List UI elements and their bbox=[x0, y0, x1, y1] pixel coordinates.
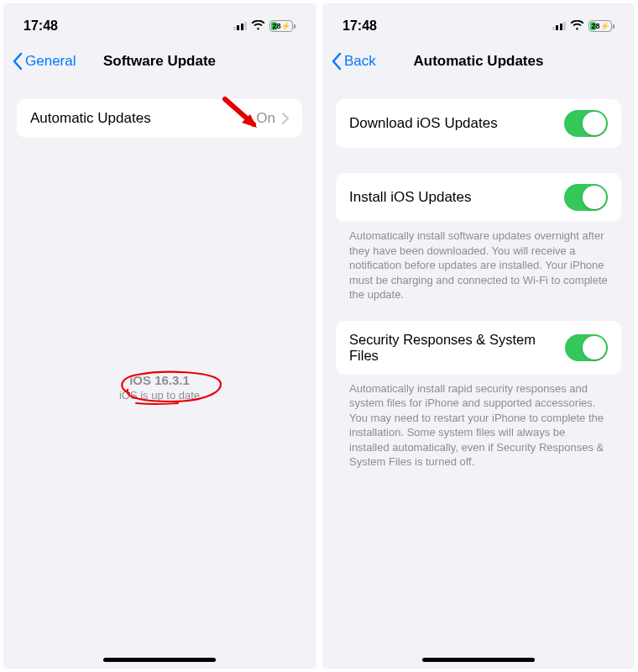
status-bar: 17:48 28⚡ bbox=[322, 3, 635, 44]
install-footer-text: Automatically install software updates o… bbox=[336, 222, 621, 302]
settings-group: Automatic Updates On bbox=[17, 99, 302, 138]
status-indicators: 28⚡ bbox=[233, 18, 296, 34]
row-value: On bbox=[256, 110, 275, 127]
wifi-icon bbox=[570, 18, 584, 34]
settings-group-install: Install iOS Updates bbox=[336, 173, 621, 222]
row-label: Install iOS Updates bbox=[349, 189, 472, 206]
chevron-left-icon bbox=[331, 52, 343, 71]
back-button[interactable]: Back bbox=[331, 52, 376, 71]
home-indicator[interactable] bbox=[422, 658, 535, 662]
install-updates-row: Install iOS Updates bbox=[336, 173, 621, 222]
row-label: Security Responses & System Files bbox=[349, 332, 565, 364]
battery-icon: 28⚡ bbox=[269, 20, 295, 32]
nav-bar: Back Automatic Updates bbox=[322, 44, 635, 81]
cellular-icon bbox=[233, 22, 248, 30]
status-bar: 17:48 28⚡ bbox=[3, 3, 316, 44]
chevron-right-icon bbox=[282, 113, 289, 124]
back-button[interactable]: General bbox=[12, 52, 76, 71]
nav-bar: General Software Update bbox=[3, 44, 316, 81]
home-indicator[interactable] bbox=[103, 658, 216, 662]
row-label: Automatic Updates bbox=[30, 110, 151, 127]
content-area: Download iOS Updates Install iOS Updates… bbox=[322, 99, 635, 470]
security-responses-toggle[interactable] bbox=[565, 334, 608, 361]
back-label: General bbox=[25, 53, 76, 70]
status-time: 17:48 bbox=[24, 18, 58, 34]
ios-version-label: iOS 16.3.1 bbox=[3, 373, 316, 387]
status-indicators: 28⚡ bbox=[552, 18, 615, 34]
download-updates-row: Download iOS Updates bbox=[336, 99, 621, 148]
phone-software-update: 17:48 28⚡ General Software Update Automa… bbox=[3, 3, 316, 669]
status-time: 17:48 bbox=[343, 18, 377, 34]
phone-automatic-updates: 17:48 28⚡ Back Automatic Updates Downloa… bbox=[322, 3, 635, 669]
wifi-icon bbox=[251, 18, 265, 34]
settings-group-security: Security Responses & System Files bbox=[336, 321, 621, 375]
install-updates-toggle[interactable] bbox=[564, 184, 608, 211]
uptodate-label: iOS is up to date bbox=[3, 389, 316, 402]
security-footer-text: Automatically install rapid security res… bbox=[336, 375, 621, 470]
cellular-icon bbox=[552, 22, 567, 30]
update-status: iOS 16.3.1 iOS is up to date bbox=[3, 373, 316, 402]
settings-group-download: Download iOS Updates bbox=[336, 99, 621, 148]
chevron-left-icon bbox=[12, 52, 24, 71]
automatic-updates-row[interactable]: Automatic Updates On bbox=[17, 99, 302, 138]
battery-icon: 28⚡ bbox=[588, 20, 614, 32]
back-label: Back bbox=[344, 53, 376, 70]
download-updates-toggle[interactable] bbox=[564, 110, 608, 137]
row-label: Download iOS Updates bbox=[349, 115, 498, 132]
security-responses-row: Security Responses & System Files bbox=[336, 321, 621, 375]
content-area: Automatic Updates On bbox=[3, 99, 316, 138]
